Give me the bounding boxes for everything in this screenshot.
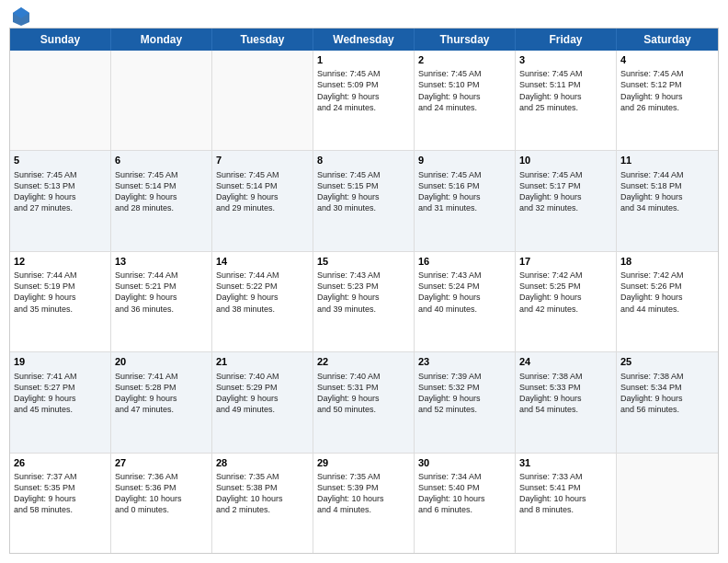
calendar-cell: 21Sunrise: 7:40 AM Sunset: 5:29 PM Dayli… (212, 352, 313, 452)
calendar-cell (10, 51, 111, 150)
cell-info: Sunrise: 7:45 AM Sunset: 5:16 PM Dayligh… (418, 169, 511, 214)
cell-info: Sunrise: 7:36 AM Sunset: 5:36 PM Dayligh… (115, 471, 208, 516)
calendar-cell: 16Sunrise: 7:43 AM Sunset: 5:24 PM Dayli… (415, 252, 516, 351)
cell-info: Sunrise: 7:39 AM Sunset: 5:32 PM Dayligh… (418, 371, 511, 416)
day-number: 29 (317, 456, 410, 469)
calendar-cell: 19Sunrise: 7:41 AM Sunset: 5:27 PM Dayli… (10, 352, 111, 452)
calendar-row-2: 5Sunrise: 7:45 AM Sunset: 5:13 PM Daylig… (10, 151, 718, 251)
cell-info: Sunrise: 7:35 AM Sunset: 5:39 PM Dayligh… (317, 471, 410, 516)
day-number: 5 (14, 154, 107, 167)
cell-info: Sunrise: 7:45 AM Sunset: 5:13 PM Dayligh… (14, 169, 107, 214)
cell-info: Sunrise: 7:44 AM Sunset: 5:21 PM Dayligh… (115, 270, 208, 315)
calendar-cell: 5Sunrise: 7:45 AM Sunset: 5:13 PM Daylig… (10, 151, 111, 250)
cell-info: Sunrise: 7:43 AM Sunset: 5:24 PM Dayligh… (418, 270, 511, 315)
calendar-row-1: 1Sunrise: 7:45 AM Sunset: 5:09 PM Daylig… (10, 51, 718, 151)
logo-icon (11, 6, 31, 26)
day-number: 1 (317, 53, 410, 66)
cell-info: Sunrise: 7:38 AM Sunset: 5:33 PM Dayligh… (519, 371, 612, 416)
calendar-cell: 3Sunrise: 7:45 AM Sunset: 5:11 PM Daylig… (516, 51, 617, 150)
cell-info: Sunrise: 7:45 AM Sunset: 5:10 PM Dayligh… (418, 68, 511, 113)
calendar-cell: 14Sunrise: 7:44 AM Sunset: 5:22 PM Dayli… (212, 252, 313, 351)
cell-info: Sunrise: 7:33 AM Sunset: 5:41 PM Dayligh… (519, 471, 612, 516)
page-header (9, 9, 719, 20)
day-number: 3 (519, 53, 612, 66)
cell-info: Sunrise: 7:44 AM Sunset: 5:18 PM Dayligh… (620, 169, 714, 214)
cell-info: Sunrise: 7:40 AM Sunset: 5:31 PM Dayligh… (317, 371, 410, 416)
day-number: 30 (418, 456, 511, 469)
day-number: 19 (14, 355, 107, 368)
day-number: 28 (216, 456, 309, 469)
day-number: 21 (216, 355, 309, 368)
calendar-cell: 23Sunrise: 7:39 AM Sunset: 5:32 PM Dayli… (415, 352, 516, 452)
cell-info: Sunrise: 7:41 AM Sunset: 5:27 PM Dayligh… (14, 371, 107, 416)
calendar-cell: 8Sunrise: 7:45 AM Sunset: 5:15 PM Daylig… (313, 151, 415, 250)
calendar-row-3: 12Sunrise: 7:44 AM Sunset: 5:19 PM Dayli… (10, 252, 718, 352)
cell-info: Sunrise: 7:42 AM Sunset: 5:26 PM Dayligh… (620, 270, 714, 315)
calendar-cell: 25Sunrise: 7:38 AM Sunset: 5:34 PM Dayli… (617, 352, 718, 452)
day-number: 10 (519, 154, 612, 167)
calendar-cell: 24Sunrise: 7:38 AM Sunset: 5:33 PM Dayli… (516, 352, 617, 452)
cell-info: Sunrise: 7:45 AM Sunset: 5:11 PM Dayligh… (519, 68, 612, 113)
calendar-cell: 2Sunrise: 7:45 AM Sunset: 5:10 PM Daylig… (415, 51, 516, 150)
day-number: 2 (418, 53, 511, 66)
cell-info: Sunrise: 7:40 AM Sunset: 5:29 PM Dayligh… (216, 371, 309, 416)
cell-info: Sunrise: 7:44 AM Sunset: 5:19 PM Dayligh… (14, 270, 107, 315)
header-saturday: Saturday (617, 29, 718, 51)
cell-info: Sunrise: 7:45 AM Sunset: 5:12 PM Dayligh… (620, 68, 714, 113)
day-number: 22 (317, 355, 410, 368)
calendar-cell: 6Sunrise: 7:45 AM Sunset: 5:14 PM Daylig… (111, 151, 212, 250)
day-number: 20 (115, 355, 208, 368)
header-monday: Monday (111, 29, 212, 51)
calendar-cell: 9Sunrise: 7:45 AM Sunset: 5:16 PM Daylig… (415, 151, 516, 250)
calendar-cell (212, 51, 313, 150)
day-number: 25 (620, 355, 714, 368)
calendar-cell: 22Sunrise: 7:40 AM Sunset: 5:31 PM Dayli… (313, 352, 415, 452)
day-number: 18 (620, 255, 714, 268)
day-number: 4 (620, 53, 714, 66)
calendar-header: Sunday Monday Tuesday Wednesday Thursday… (10, 29, 718, 51)
cell-info: Sunrise: 7:45 AM Sunset: 5:14 PM Dayligh… (115, 169, 208, 214)
calendar-cell: 31Sunrise: 7:33 AM Sunset: 5:41 PM Dayli… (516, 454, 617, 553)
cell-info: Sunrise: 7:42 AM Sunset: 5:25 PM Dayligh… (519, 270, 612, 315)
header-sunday: Sunday (10, 29, 111, 51)
cell-info: Sunrise: 7:35 AM Sunset: 5:38 PM Dayligh… (216, 471, 309, 516)
day-number: 17 (519, 255, 612, 268)
day-number: 9 (418, 154, 511, 167)
calendar: Sunday Monday Tuesday Wednesday Thursday… (9, 28, 719, 554)
calendar-cell: 20Sunrise: 7:41 AM Sunset: 5:28 PM Dayli… (111, 352, 212, 452)
header-wednesday: Wednesday (313, 29, 415, 51)
header-thursday: Thursday (415, 29, 516, 51)
cell-info: Sunrise: 7:38 AM Sunset: 5:34 PM Dayligh… (620, 371, 714, 416)
calendar-row-4: 19Sunrise: 7:41 AM Sunset: 5:27 PM Dayli… (10, 352, 718, 453)
calendar-cell: 11Sunrise: 7:44 AM Sunset: 5:18 PM Dayli… (617, 151, 718, 250)
logo (9, 9, 31, 20)
calendar-cell: 7Sunrise: 7:45 AM Sunset: 5:14 PM Daylig… (212, 151, 313, 250)
day-number: 15 (317, 255, 410, 268)
header-friday: Friday (516, 29, 617, 51)
calendar-cell: 30Sunrise: 7:34 AM Sunset: 5:40 PM Dayli… (415, 454, 516, 553)
calendar-body: 1Sunrise: 7:45 AM Sunset: 5:09 PM Daylig… (10, 51, 718, 553)
day-number: 24 (519, 355, 612, 368)
calendar-cell: 17Sunrise: 7:42 AM Sunset: 5:25 PM Dayli… (516, 252, 617, 351)
page-container: Sunday Monday Tuesday Wednesday Thursday… (0, 0, 728, 563)
cell-info: Sunrise: 7:44 AM Sunset: 5:22 PM Dayligh… (216, 270, 309, 315)
calendar-cell (111, 51, 212, 150)
day-number: 23 (418, 355, 511, 368)
day-number: 7 (216, 154, 309, 167)
calendar-cell: 18Sunrise: 7:42 AM Sunset: 5:26 PM Dayli… (617, 252, 718, 351)
cell-info: Sunrise: 7:45 AM Sunset: 5:14 PM Dayligh… (216, 169, 309, 214)
day-number: 26 (14, 456, 107, 469)
cell-info: Sunrise: 7:45 AM Sunset: 5:09 PM Dayligh… (317, 68, 410, 113)
day-number: 8 (317, 154, 410, 167)
cell-info: Sunrise: 7:45 AM Sunset: 5:15 PM Dayligh… (317, 169, 410, 214)
header-tuesday: Tuesday (212, 29, 313, 51)
day-number: 14 (216, 255, 309, 268)
cell-info: Sunrise: 7:37 AM Sunset: 5:35 PM Dayligh… (14, 471, 107, 516)
calendar-cell: 13Sunrise: 7:44 AM Sunset: 5:21 PM Dayli… (111, 252, 212, 351)
calendar-cell: 29Sunrise: 7:35 AM Sunset: 5:39 PM Dayli… (313, 454, 415, 553)
day-number: 13 (115, 255, 208, 268)
day-number: 12 (14, 255, 107, 268)
calendar-cell: 28Sunrise: 7:35 AM Sunset: 5:38 PM Dayli… (212, 454, 313, 553)
day-number: 31 (519, 456, 612, 469)
calendar-cell (617, 454, 718, 553)
